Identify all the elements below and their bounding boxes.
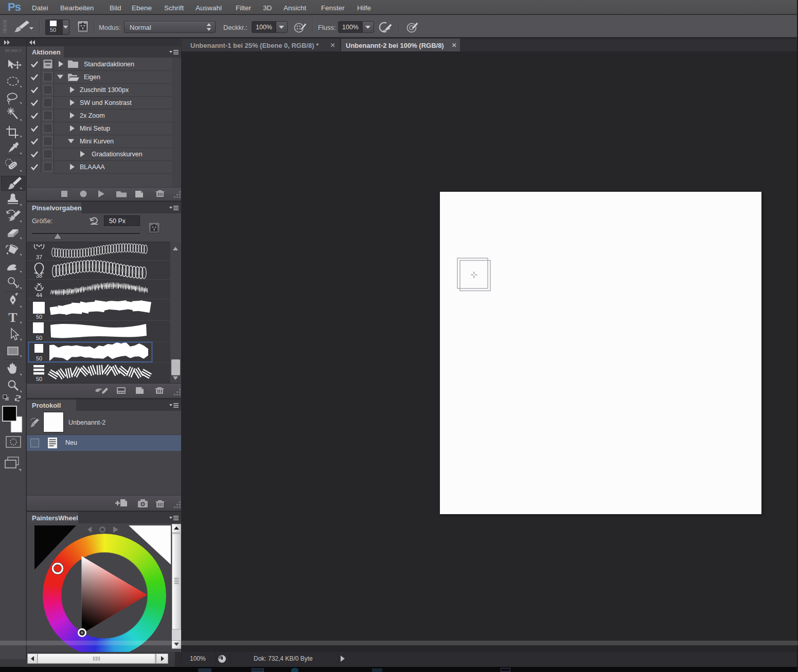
svg-text:T: T xyxy=(8,310,17,325)
svg-text:Gradationskurven: Gradationskurven xyxy=(92,151,143,158)
svg-text:Mini Kurven: Mini Kurven xyxy=(80,138,114,145)
svg-text:50: 50 xyxy=(36,314,42,320)
svg-text:44: 44 xyxy=(36,292,42,298)
svg-text:Standardaktionen: Standardaktionen xyxy=(84,61,134,68)
svg-text:Eigen: Eigen xyxy=(84,74,100,81)
svg-text:50: 50 xyxy=(36,355,42,361)
svg-text:BLAAAA: BLAAAA xyxy=(80,164,105,171)
svg-text:Zuschnitt 1300px: Zuschnitt 1300px xyxy=(80,86,129,94)
svg-text:50: 50 xyxy=(36,335,42,341)
svg-text:2x Zoom: 2x Zoom xyxy=(80,112,105,119)
svg-text:SW und Konstrast: SW und Konstrast xyxy=(80,99,132,106)
svg-text:50: 50 xyxy=(36,376,42,382)
svg-text:37: 37 xyxy=(36,254,42,260)
svg-text:38: 38 xyxy=(36,273,42,279)
svg-text:Mini Setup: Mini Setup xyxy=(80,125,110,132)
